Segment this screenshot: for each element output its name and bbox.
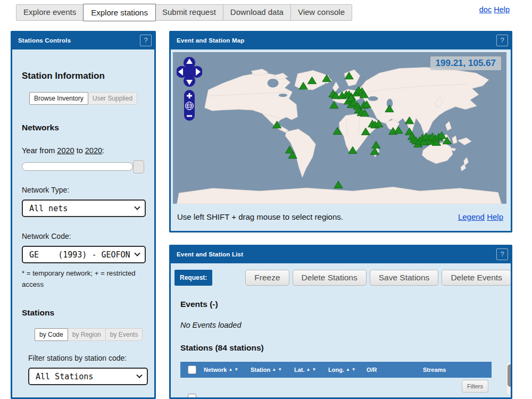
sort-ascending-icon[interactable]: ▲ <box>272 368 276 372</box>
events-empty-message: No Events loaded <box>180 321 511 329</box>
station-information-heading: Station Information <box>22 71 146 81</box>
list-action-buttons: FreezeDelete StationsSave StationsDelete… <box>242 270 511 286</box>
map-help-link[interactable]: Help <box>487 212 503 221</box>
inventory-toggle-group: Browse InventoryUser Supplied <box>29 92 146 105</box>
world-map-svg <box>173 52 506 204</box>
stations-mode-toggle-group: by Codeby Regionby Events <box>35 328 146 341</box>
panel-title: Stations Controls <box>18 37 71 44</box>
chevron-down-icon <box>134 250 140 256</box>
tab-bar: Explore eventsExplore stationsSubmit req… <box>16 4 352 21</box>
delete-events-button[interactable]: Delete Events <box>442 270 511 286</box>
select-all-checkbox[interactable] <box>188 365 196 374</box>
year-prefix: Year from <box>22 146 55 155</box>
network-note: * = temporary network; + = restricted ac… <box>22 268 146 290</box>
year-to-link[interactable]: 2020 <box>85 146 102 155</box>
panel-title: Event and Station Map <box>177 37 245 44</box>
delete-stations-button[interactable]: Delete Stations <box>293 270 367 286</box>
help-button[interactable]: ? <box>140 35 152 46</box>
toggle-browse-inventory[interactable]: Browse Inventory <box>29 92 88 105</box>
sort-ascending-icon[interactable]: ▲ <box>306 368 311 372</box>
station-filter-label: Filter stations by station code: <box>28 354 146 362</box>
stations-table-header: Network▲▼Station▲▼Lat.▲▼Long.▲▼O/RStream… <box>180 362 492 378</box>
network-code-select[interactable]: GE (1993) - GEOFON <box>22 246 146 263</box>
event-station-list-panel: Event and Station List ? Request: Freeze… <box>169 245 512 399</box>
stations-heading: Stations <box>22 308 146 318</box>
network-code-label: Network Code: <box>22 232 146 240</box>
toggle-by-code[interactable]: by Code <box>35 328 68 341</box>
freeze-button[interactable]: Freeze <box>245 270 289 286</box>
column-header-streams: Streams <box>423 367 492 373</box>
table-row <box>180 394 492 397</box>
world-map[interactable]: 199.21, 105.67 <box>173 52 506 204</box>
stations-table: Network▲▼Station▲▼Lat.▲▼Long.▲▼O/RStream… <box>180 362 492 397</box>
network-type-value: All nets <box>29 204 68 213</box>
stations-controls-header: Stations Controls ? <box>11 31 156 49</box>
doc-link[interactable]: doc <box>479 5 492 14</box>
panel-title: Event and Station List <box>177 251 243 257</box>
column-header-or: O/R <box>367 367 423 373</box>
year-mid: to <box>77 146 83 155</box>
help-button[interactable]: ? <box>496 248 508 260</box>
toggle-by-events[interactable]: by Events <box>106 328 143 341</box>
toggle-user-supplied[interactable]: User Supplied <box>88 92 137 105</box>
request-button[interactable]: Request: <box>174 270 212 286</box>
column-label: Station <box>251 367 270 373</box>
filters-button[interactable]: Filters <box>462 380 488 393</box>
column-label: Network <box>204 367 227 373</box>
tab-explore-events[interactable]: Explore events <box>16 5 84 20</box>
scrollbar-thumb[interactable] <box>508 364 511 387</box>
toggle-by-region[interactable]: by Region <box>68 328 106 341</box>
legend-link[interactable]: Legend <box>458 212 485 221</box>
tab-explore-stations[interactable]: Explore stations <box>83 4 156 21</box>
column-header-lat[interactable]: Lat.▲▼ <box>294 367 328 373</box>
map-hint: Use left SHIFT + drag mouse to select re… <box>177 212 343 221</box>
map-navigation-control[interactable] <box>177 56 202 124</box>
year-range-label: Year from 2020 to 2020: <box>22 146 146 155</box>
column-header-network[interactable]: Network▲▼ <box>204 367 251 373</box>
events-heading: Events (-) <box>180 300 511 309</box>
sort-descending-icon[interactable]: ▼ <box>234 368 238 372</box>
save-stations-button[interactable]: Save Stations <box>370 270 439 286</box>
stations-controls-panel: Stations Controls ? Station Information … <box>11 31 156 399</box>
sort-descending-icon[interactable]: ▼ <box>312 368 316 372</box>
list-panel-header: Event and Station List ? <box>169 245 512 263</box>
sort-ascending-icon[interactable]: ▲ <box>228 368 232 372</box>
network-type-label: Network Type: <box>22 186 146 194</box>
slider-handle[interactable] <box>133 160 144 173</box>
stations-count-heading: Stations (84 stations) <box>180 343 511 353</box>
tab-submit-request[interactable]: Submit request <box>155 5 223 20</box>
map-panel-header: Event and Station Map ? <box>169 31 512 49</box>
chevron-down-icon <box>136 372 142 378</box>
station-filter-value: All Stations <box>36 372 93 381</box>
column-label: O/R <box>367 367 377 373</box>
column-label: Lat. <box>294 367 305 373</box>
column-header-station[interactable]: Station▲▼ <box>251 367 294 373</box>
column-label: Streams <box>423 367 446 373</box>
table-scrollbar[interactable] <box>506 362 511 396</box>
help-link[interactable]: Help <box>494 5 510 14</box>
station-filter-select[interactable]: All Stations <box>28 368 148 385</box>
tab-view-console[interactable]: View console <box>291 5 352 20</box>
cursor-coordinates: 199.21, 105.67 <box>430 56 501 70</box>
network-type-select[interactable]: All nets <box>22 200 146 217</box>
network-code-value: GE (1993) - GEOFON <box>29 250 130 260</box>
sort-descending-icon[interactable]: ▼ <box>278 368 282 372</box>
tab-download-data[interactable]: Download data <box>223 5 291 20</box>
help-button[interactable]: ? <box>496 35 508 46</box>
year-suffix: : <box>102 146 104 155</box>
sort-ascending-icon[interactable]: ▲ <box>346 368 350 372</box>
column-label: Long. <box>328 367 344 373</box>
chevron-down-icon <box>134 204 140 210</box>
map-panel: Event and Station Map ? <box>169 31 512 232</box>
year-from-link[interactable]: 2020 <box>57 146 74 155</box>
sort-descending-icon[interactable]: ▼ <box>352 368 356 372</box>
year-range-slider[interactable] <box>22 162 133 171</box>
row-checkbox[interactable] <box>188 394 196 397</box>
column-header-long[interactable]: Long.▲▼ <box>328 367 367 373</box>
networks-heading: Networks <box>22 123 146 132</box>
